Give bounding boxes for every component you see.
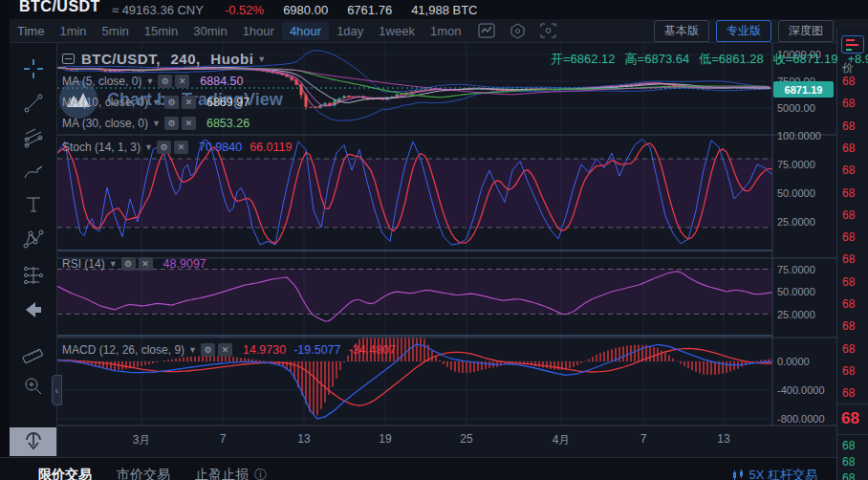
forecast-tool[interactable]: [17, 261, 50, 290]
bid-price[interactable]: 68: [842, 471, 855, 480]
ask-price[interactable]: 68: [842, 120, 855, 133]
cursor-arrow-tool[interactable]: [17, 295, 50, 324]
remove-icon[interactable]: ✕: [182, 96, 196, 109]
ask-price[interactable]: 68: [842, 297, 855, 311]
y-tick: 0.0000: [777, 356, 810, 367]
settings-gear-icon[interactable]: ⚙: [164, 96, 179, 109]
trend-line-tool[interactable]: [17, 89, 50, 118]
indicator-label: MA (30, close, 0): [62, 117, 148, 130]
legend-collapse-icon[interactable]: [62, 54, 75, 64]
interval-1day[interactable]: 1day: [329, 24, 371, 38]
trade-tab-active[interactable]: 限价交易: [38, 467, 92, 480]
settings-gear-icon[interactable]: ⚙: [157, 141, 171, 154]
interval-1mon[interactable]: 1mon: [423, 24, 469, 38]
remove-icon[interactable]: ✕: [175, 75, 189, 88]
order-book-layout-icon[interactable]: [841, 35, 864, 54]
bid-price[interactable]: 68: [842, 439, 855, 452]
y-tick: 10000.00: [777, 49, 821, 60]
interval-4hour[interactable]: 4hour: [282, 22, 329, 40]
interval-15min[interactable]: 15min: [137, 24, 185, 38]
indicator-value: 48.9097: [163, 257, 206, 271]
indicator-legend[interactable]: MA (10, close, 0)▼ ⚙✕6869.97: [62, 96, 250, 109]
trading-screen: 10000.007500.005000.00100.000075.000050.…: [0, 0, 868, 480]
x-tick: 4月: [553, 432, 571, 448]
interval-1min[interactable]: 1min: [52, 24, 94, 38]
indicator-legend[interactable]: RSI (14)▼ ⚙✕48.9097: [62, 257, 206, 271]
stoch-d-line: [57, 143, 772, 244]
y-tick: 50.0000: [777, 286, 815, 297]
brush-tool[interactable]: [17, 158, 50, 186]
ask-price[interactable]: 68: [842, 142, 855, 155]
collapse-panel-tab[interactable]: ‹: [52, 375, 62, 405]
trade-tab-item[interactable]: 市价交易: [117, 467, 170, 480]
trade-tab-item[interactable]: 止盈止损: [195, 467, 249, 480]
x-tick: 13: [717, 432, 729, 446]
measure-ruler-tool[interactable]: [17, 338, 50, 366]
indicator-legend[interactable]: Stoch (14, 1, 3)▼ ⚙✕70.984066.0119: [62, 141, 292, 154]
ask-price[interactable]: 68: [842, 75, 855, 88]
y-tick: 75.0000: [777, 264, 815, 275]
ask-price[interactable]: 68: [842, 275, 855, 289]
change-percent: -0.52%: [225, 3, 264, 17]
view-mode-button[interactable]: 专业版: [716, 20, 771, 42]
rsi-pane: [57, 269, 772, 336]
remove-icon[interactable]: ✕: [182, 117, 196, 130]
cny-estimate: ≈ 49163.36 CNY: [112, 3, 204, 17]
remove-icon[interactable]: ✕: [139, 257, 153, 271]
ask-price[interactable]: 68: [842, 208, 855, 222]
ask-price[interactable]: 68: [842, 97, 855, 110]
magnet-mode-button[interactable]: [10, 427, 56, 456]
remove-icon[interactable]: ✕: [174, 141, 188, 154]
x-tick: 13: [297, 432, 310, 446]
text-tool[interactable]: [17, 190, 50, 219]
ask-price[interactable]: 68: [842, 342, 855, 356]
ask-price[interactable]: 68: [842, 164, 855, 177]
pattern-tool[interactable]: [17, 225, 50, 253]
remove-icon[interactable]: ✕: [218, 343, 232, 357]
view-mode-button[interactable]: 基本版: [654, 20, 709, 42]
y-tick: -800.0000: [777, 413, 825, 425]
chevron-down-icon: ▼: [152, 119, 161, 128]
indicator-value: 14.9730: [243, 343, 286, 357]
view-mode-button[interactable]: 深度图: [778, 20, 834, 42]
order-book-strip: 价 68686868686868686868686868686868686868: [836, 29, 868, 480]
chevron-down-icon[interactable]: ▼: [257, 55, 266, 64]
indicator-legend[interactable]: MA (5, close, 0)▼ ⚙✕6884.50: [62, 75, 243, 88]
interval-time[interactable]: Time: [10, 24, 52, 38]
leverage-trade-link[interactable]: 5X 杠杆交易: [732, 467, 817, 480]
camera-snapshot-icon[interactable]: [535, 22, 560, 39]
indicator-legend[interactable]: MA (30, close, 0)▼ ⚙✕6853.26: [62, 117, 250, 130]
ask-price[interactable]: 68: [842, 319, 855, 333]
interval-1week[interactable]: 1week: [371, 24, 423, 38]
indicator-legend[interactable]: MACD (12, 26, close, 9)▼ ⚙✕14.9730-19.50…: [62, 343, 396, 357]
crosshair-tool[interactable]: [17, 55, 50, 83]
ask-price[interactable]: 68: [842, 186, 855, 200]
bid-price[interactable]: 68: [842, 455, 855, 469]
settings-gear-icon[interactable]: ⚙: [164, 117, 179, 130]
legend-title: BTC/USDT, 240, Huobi: [81, 51, 253, 67]
chart-canvas[interactable]: [0, 0, 868, 480]
macd-signal-line: [57, 349, 772, 406]
settings-gear-icon[interactable]: ⚙: [158, 75, 172, 88]
settings-gear-icon[interactable]: ⚙: [121, 257, 136, 271]
symbol-legend[interactable]: BTC/USDT, 240, Huobi ▼: [62, 51, 270, 67]
y-tick: -400.0000: [777, 384, 825, 396]
settings-gear-icon[interactable]: ⚙: [201, 343, 215, 357]
x-tick: 19: [379, 432, 391, 446]
ask-price[interactable]: 68: [842, 230, 855, 244]
chart-style-icon[interactable]: [474, 22, 499, 39]
indicator-label: Stoch (14, 1, 3): [62, 141, 141, 154]
ask-price[interactable]: 68: [842, 364, 855, 378]
indicator-settings-icon[interactable]: [505, 22, 530, 39]
fibonacci-tool[interactable]: [17, 123, 50, 152]
ask-price[interactable]: 68: [842, 386, 855, 400]
interval-1hour[interactable]: 1hour: [235, 24, 282, 38]
ask-price[interactable]: 68: [842, 252, 855, 266]
zoom-in-tool[interactable]: [17, 372, 50, 401]
y-tick: 100.0000: [777, 130, 821, 142]
info-icon[interactable]: ⓘ: [254, 467, 267, 480]
y-tick: 50.0000: [777, 187, 815, 199]
interval-30min[interactable]: 30min: [185, 24, 234, 38]
y-tick: 7500.00: [777, 76, 815, 87]
interval-5min[interactable]: 5min: [95, 24, 137, 38]
